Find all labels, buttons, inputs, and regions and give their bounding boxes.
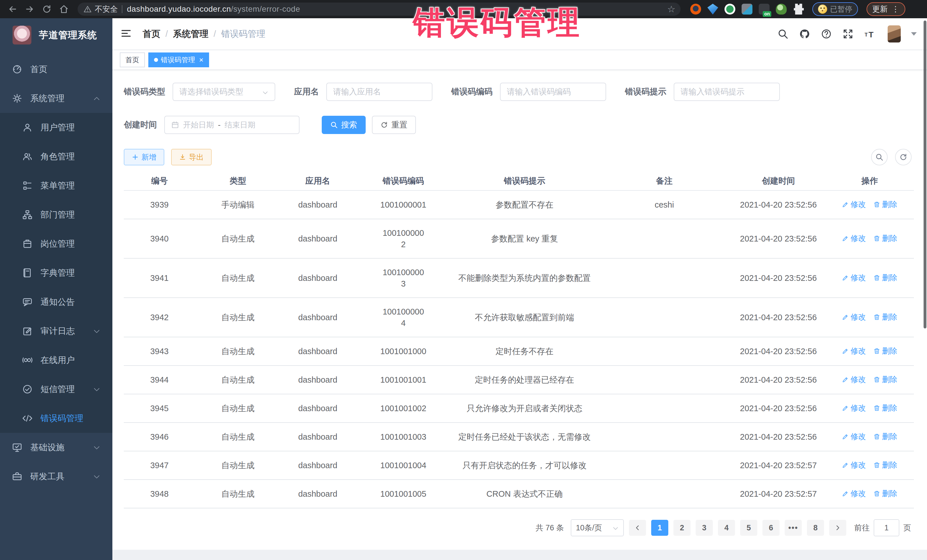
page-button-8[interactable]: 8 (807, 520, 824, 536)
extension-icon-2[interactable] (707, 4, 718, 15)
delete-link[interactable]: 删除 (873, 431, 897, 442)
more-pages-icon[interactable]: ••• (785, 520, 802, 536)
sidebar-item-6[interactable]: 岗位管理 (0, 229, 112, 258)
tag-错误码管理[interactable]: 错误码管理× (148, 52, 209, 67)
sidebar-item-9[interactable]: 审计日志 (0, 317, 112, 346)
delete-link[interactable]: 删除 (873, 199, 897, 210)
delete-link[interactable]: 删除 (873, 311, 897, 323)
prev-page-icon[interactable] (629, 520, 646, 536)
page-button-6[interactable]: 6 (763, 520, 780, 536)
cell-app: dashboard (281, 337, 355, 366)
refresh-icon[interactable] (895, 149, 912, 165)
back-icon[interactable] (5, 2, 20, 17)
app-name-input[interactable] (333, 87, 426, 96)
sidebar-item-0[interactable]: 首页 (0, 55, 112, 84)
error-type-select[interactable]: 请选择错误码类型 (173, 83, 275, 101)
delete-link[interactable]: 删除 (873, 272, 897, 284)
page-button-1[interactable]: 1 (651, 520, 668, 536)
search-button[interactable]: 搜索 (322, 116, 366, 134)
browser-update-chip[interactable]: 更新 ⋮ (866, 2, 905, 16)
tag-首页[interactable]: 首页 (120, 52, 145, 67)
cell-created: 2021-04-20 23:52:57 (731, 451, 825, 480)
extensions-puzzle-icon[interactable] (793, 4, 804, 15)
page-button-4[interactable]: 4 (718, 520, 735, 536)
extension-icon-1[interactable] (690, 4, 701, 15)
sidebar-item-11[interactable]: 短信管理 (0, 375, 112, 404)
edit-link[interactable]: 修改 (842, 431, 866, 442)
home-icon[interactable] (56, 2, 71, 17)
avatar-caret-icon[interactable] (911, 32, 917, 36)
edit-link[interactable]: 修改 (842, 272, 866, 284)
extension-icon-4[interactable] (742, 4, 752, 15)
badge-icon (22, 239, 32, 249)
breadcrumb-item[interactable]: 首页 (143, 28, 160, 40)
sidebar-item-1[interactable]: 系统管理 (0, 84, 112, 113)
forward-icon[interactable] (22, 2, 37, 17)
cell-actions: 修改删除 (825, 480, 914, 508)
delete-link[interactable]: 删除 (873, 374, 897, 385)
error-hint-input[interactable] (681, 87, 773, 96)
edit-link[interactable]: 修改 (842, 459, 866, 471)
github-icon[interactable] (798, 27, 811, 41)
close-icon[interactable]: × (199, 56, 204, 64)
sidebar-item-7[interactable]: 字典管理 (0, 258, 112, 287)
edit-link[interactable]: 修改 (842, 488, 866, 499)
font-size-icon[interactable]: TT (863, 27, 876, 41)
page-button-3[interactable]: 3 (696, 520, 713, 536)
cell-remark (597, 219, 731, 258)
date-range-picker[interactable]: 开始日期 - 结束日期 (164, 116, 299, 134)
url-text[interactable]: dashboard.yudao.iocoder.cn/system/error-… (127, 5, 667, 14)
browser-menu-icon[interactable]: ⋮ (892, 5, 900, 14)
edit-link[interactable]: 修改 (842, 311, 866, 323)
delete-link[interactable]: 删除 (873, 345, 897, 357)
sidebar-item-4[interactable]: 菜单管理 (0, 171, 112, 200)
edit-link[interactable]: 修改 (842, 374, 866, 385)
cell-hint: 定时任务的处理器已经存在 (452, 366, 597, 394)
sidebar-item-10[interactable]: 在线用户 (0, 346, 112, 375)
goto-page-input[interactable] (874, 519, 899, 536)
reset-button[interactable]: 重置 (372, 116, 416, 134)
delete-link[interactable]: 删除 (873, 402, 897, 414)
sidebar-item-label: 错误码管理 (41, 413, 83, 424)
page-scrollbar[interactable] (924, 21, 926, 328)
user-avatar[interactable] (887, 25, 901, 42)
url-bar[interactable]: 不安全 dashboard.yudao.iocoder.cn/system/er… (78, 3, 681, 16)
security-label[interactable]: 不安全 (95, 4, 118, 14)
sidebar-item-13[interactable]: 基础设施 (0, 433, 112, 462)
search-icon[interactable] (777, 27, 790, 41)
sidebar-item-5[interactable]: 部门管理 (0, 200, 112, 229)
page-size-select[interactable]: 10条/页 (571, 519, 624, 536)
delete-link[interactable]: 删除 (873, 488, 897, 499)
hamburger-icon[interactable] (120, 28, 133, 40)
extension-icon-6[interactable] (776, 4, 787, 15)
sidebar-item-8[interactable]: 通知公告 (0, 287, 112, 317)
sidebar-item-12[interactable]: 错误码管理 (0, 404, 112, 433)
edit-link[interactable]: 修改 (842, 402, 866, 414)
next-page-icon[interactable] (829, 520, 846, 536)
error-code-input[interactable] (507, 87, 599, 96)
cell-type: 自动生成 (195, 219, 281, 258)
page-button-5[interactable]: 5 (740, 520, 757, 536)
export-button[interactable]: 导出 (171, 149, 212, 165)
logo-row[interactable]: 芋道管理系统 (0, 18, 112, 52)
delete-link[interactable]: 删除 (873, 233, 897, 244)
extension-icon-5[interactable] (759, 4, 769, 15)
extension-icon-3[interactable] (725, 4, 736, 15)
table-toolbar: 新增 导出 (124, 149, 916, 165)
breadcrumb-item[interactable]: 系统管理 (173, 28, 208, 40)
sidebar-item-2[interactable]: 用户管理 (0, 113, 112, 142)
sidebar-item-14[interactable]: 研发工具 (0, 462, 112, 491)
show-search-icon[interactable] (871, 149, 887, 165)
profile-paused-chip[interactable]: 已暂停 (812, 2, 858, 16)
reload-icon[interactable] (40, 2, 54, 17)
edit-link[interactable]: 修改 (842, 233, 866, 244)
sidebar-item-3[interactable]: 角色管理 (0, 142, 112, 171)
help-icon[interactable] (820, 27, 833, 41)
fullscreen-icon[interactable] (842, 27, 854, 41)
bookmark-star-icon[interactable]: ☆ (667, 4, 675, 15)
add-button[interactable]: 新增 (124, 149, 164, 165)
delete-link[interactable]: 删除 (873, 459, 897, 471)
edit-link[interactable]: 修改 (842, 345, 866, 357)
page-button-2[interactable]: 2 (673, 520, 690, 536)
edit-link[interactable]: 修改 (842, 199, 866, 210)
